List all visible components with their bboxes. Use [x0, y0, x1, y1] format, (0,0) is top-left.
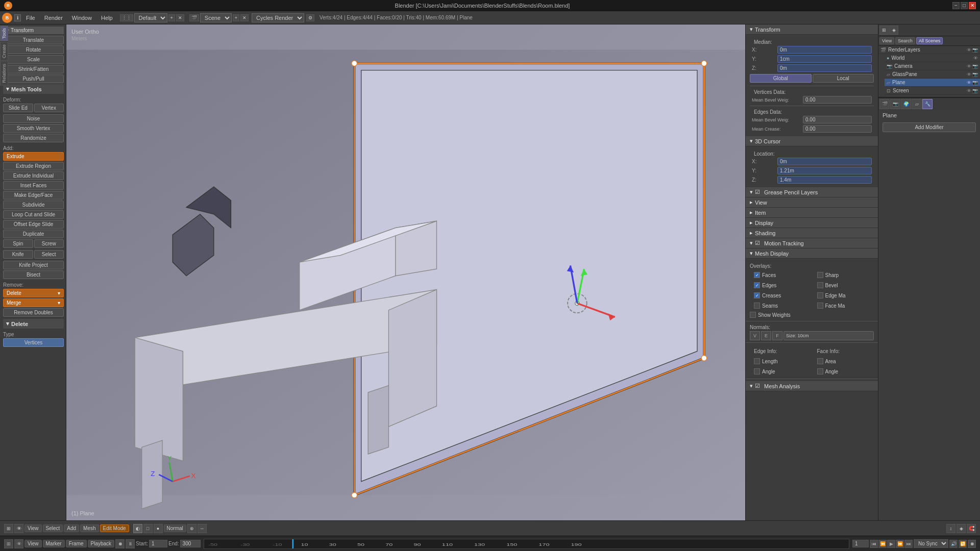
scale-btn[interactable]: Scale: [3, 55, 64, 64]
transform-y-input[interactable]: 1cm: [777, 55, 872, 63]
normals-size-input[interactable]: Size: 10cm: [783, 331, 874, 340]
transform-section-header[interactable]: ▾ Transform: [746, 24, 878, 35]
glasspane-visibility[interactable]: 👁: [967, 72, 971, 77]
manipulator-btn[interactable]: ↕: [946, 524, 955, 533]
grease-pencil-checkbox[interactable]: ☑: [755, 189, 760, 195]
delete-btn[interactable]: Delete ▾: [3, 289, 64, 297]
timeline-playback-btn[interactable]: Playback: [88, 540, 115, 547]
duplicate-btn[interactable]: Duplicate: [3, 230, 64, 238]
mesh-analysis-header[interactable]: ▾ ☑ Mesh Analysis: [746, 381, 878, 391]
jump-end-btn[interactable]: ⏭: [904, 540, 913, 548]
timeline-mode-icon[interactable]: ⊞: [4, 539, 13, 548]
mesh-tools-header[interactable]: ▾ Mesh Tools: [3, 84, 64, 94]
bevel-checkbox[interactable]: [817, 282, 823, 288]
camera-visibility[interactable]: 👁: [967, 64, 971, 69]
remove-layout-btn[interactable]: ✕: [176, 14, 184, 21]
select-btn[interactable]: Select: [34, 250, 64, 259]
smooth-vertex-btn[interactable]: Smooth Vertex: [3, 124, 64, 133]
glasspane-render[interactable]: 📷: [972, 72, 978, 77]
close-button[interactable]: ✕: [969, 2, 976, 9]
engine-select[interactable]: Cycles Render: [252, 13, 304, 22]
scene-select[interactable]: Scene: [200, 13, 232, 22]
subdivide-btn[interactable]: Subdivide: [3, 201, 64, 209]
prop-icon-object[interactable]: ▱: [912, 99, 922, 109]
remove-doubles-btn[interactable]: Remove Doubles: [3, 308, 64, 317]
snap-btn[interactable]: 🧲: [967, 524, 976, 533]
timeline-ruler[interactable]: -50 -30 -10 10 30 50 70 90 110 130 150 1…: [204, 539, 849, 549]
screen-render[interactable]: 📷: [972, 88, 978, 93]
overlay-btn[interactable]: ◈: [957, 524, 966, 533]
length-checkbox[interactable]: [754, 358, 760, 364]
sharp-checkbox[interactable]: [817, 272, 823, 278]
start-frame-input[interactable]: [149, 540, 167, 547]
plane-visibility[interactable]: 👁: [967, 80, 971, 85]
file-menu[interactable]: File: [22, 14, 39, 22]
normals-btn-1[interactable]: V: [750, 331, 760, 340]
viewport[interactable]: User Ortho Meters: [66, 24, 745, 520]
prop-icon-scene[interactable]: 🎬: [879, 99, 890, 109]
outliner-row-plane[interactable]: ▱ Plane 👁 📷: [885, 79, 980, 87]
side-tab-create[interactable]: Create: [0, 42, 8, 61]
prop-icon-modifier[interactable]: 🔧: [922, 99, 933, 109]
prev-keyframe-btn[interactable]: ⏪: [878, 540, 887, 548]
face-ma-checkbox[interactable]: [817, 303, 823, 309]
normals-btn-3[interactable]: F: [772, 331, 782, 340]
play-pause-btn[interactable]: ⏸: [126, 539, 135, 548]
render-layers-render[interactable]: 📷: [972, 47, 978, 53]
mesh-display-header[interactable]: ▾ Mesh Display: [746, 248, 878, 259]
transform-x-input[interactable]: 0m: [777, 46, 872, 54]
outliner-view-tab[interactable]: View: [879, 37, 894, 44]
spin-btn[interactable]: Spin: [3, 239, 33, 248]
faces-checkbox[interactable]: ✓: [754, 272, 760, 278]
inset-faces-btn[interactable]: Inset Faces: [3, 181, 64, 190]
timeline-marker-btn[interactable]: Marker: [43, 540, 65, 547]
add-layout-btn[interactable]: +: [168, 14, 175, 21]
render-menu[interactable]: Render: [40, 14, 67, 22]
bisect-btn[interactable]: Bisect: [3, 270, 64, 279]
world-visibility[interactable]: 👁: [973, 56, 978, 61]
mesh-analysis-checkbox[interactable]: ☑: [755, 383, 760, 389]
loop-btn[interactable]: 🔁: [959, 540, 967, 548]
transform-z-input[interactable]: 0m: [777, 64, 872, 72]
rotate-btn[interactable]: Rotate: [3, 45, 64, 54]
extrude-btn[interactable]: Extrude: [3, 152, 64, 161]
outliner-all-scenes-tab[interactable]: All Scenes: [916, 37, 943, 44]
shrink-fatten-btn[interactable]: Shrink/Fatten: [3, 65, 64, 73]
outliner-row-renderlayers[interactable]: 🎬 RenderLayers 👁 📷: [878, 46, 980, 54]
viewport-shading-wire[interactable]: □: [143, 524, 153, 533]
normals-btn-2[interactable]: E: [761, 331, 771, 340]
viewport-view-icon[interactable]: 👁: [14, 524, 23, 533]
add-scene-btn[interactable]: +: [233, 14, 239, 21]
outliner-row-glasspane[interactable]: ▱ GlassPane 👁 📷: [885, 70, 980, 79]
select-menu-btn[interactable]: Select: [43, 524, 63, 532]
slide-edge-btn[interactable]: Slide Ed: [3, 104, 33, 112]
jump-start-btn[interactable]: ⏮: [870, 540, 878, 548]
help-menu[interactable]: Help: [97, 14, 117, 22]
add-modifier-btn[interactable]: Add Modifier: [883, 122, 976, 132]
shading-icon[interactable]: ◐: [133, 524, 142, 533]
outliner-row-screen[interactable]: ⊡ Screen 👁 📷: [885, 87, 980, 95]
side-tab-tools[interactable]: Tools: [0, 26, 8, 41]
camera-render[interactable]: 📷: [972, 64, 978, 69]
engine-settings-btn[interactable]: ⚙: [306, 14, 314, 21]
screen-visibility[interactable]: 👁: [967, 88, 971, 93]
creases-checkbox[interactable]: ✓: [754, 292, 760, 298]
normal-btn[interactable]: Normal: [164, 524, 186, 532]
scrubbing-btn[interactable]: ⏺: [968, 540, 976, 548]
local-btn[interactable]: Local: [813, 74, 874, 83]
timeline-view-btn[interactable]: View: [24, 540, 42, 547]
motion-tracking-header[interactable]: ▾ ☑ Motion Tracking: [746, 238, 878, 248]
mean-crease-input[interactable]: 0.00: [803, 125, 872, 133]
viewport-shading-solid[interactable]: ●: [154, 524, 163, 533]
mean-bevel-edge-input[interactable]: 0.00: [803, 116, 872, 123]
outliner-row-camera[interactable]: 📷 Camera 👁 📷: [885, 62, 980, 70]
viewport-mode-icon[interactable]: ⊞: [4, 524, 13, 533]
cursor-section-header[interactable]: ▾ 3D Cursor: [746, 136, 878, 146]
timeline-view-icon[interactable]: 👁: [14, 539, 23, 548]
loop-cut-btn[interactable]: Loop Cut and Slide: [3, 210, 64, 219]
edges-checkbox[interactable]: ✓: [754, 282, 760, 288]
outliner-row-world[interactable]: ● World 👁: [885, 54, 980, 62]
push-pull-btn[interactable]: Push/Pull: [3, 74, 64, 83]
translate-btn[interactable]: Translate: [3, 36, 64, 44]
info-icon[interactable]: ℹ: [14, 14, 21, 21]
